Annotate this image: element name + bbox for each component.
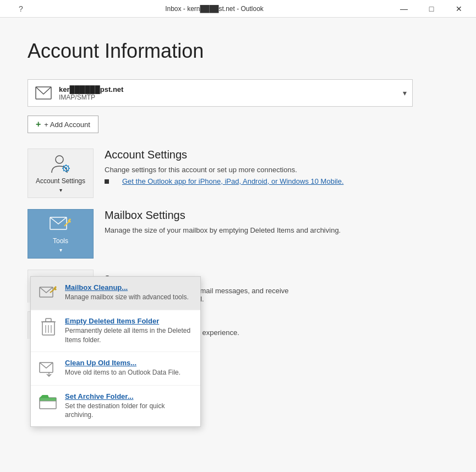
mailbox-cleanup-desc: Manage mailbox size with advanced tools. — [65, 293, 193, 302]
window-title: Inbox - kern████st.net - Outlook — [37, 5, 391, 13]
account-email: ker██████pst.net — [59, 85, 403, 94]
tools-dropdown-menu: Mailbox Cleanup... Manage mailbox size w… — [30, 276, 201, 427]
close-button[interactable]: ✕ — [446, 0, 472, 18]
account-settings-icon-box[interactable]: Account Settings ▾ — [28, 149, 94, 198]
account-settings-chevron-icon: ▾ — [59, 187, 62, 193]
svg-line-9 — [68, 170, 69, 171]
svg-line-8 — [63, 166, 64, 166]
outlook-mobile-link[interactable]: Get the Outlook app for iPhone, iPad, An… — [122, 177, 344, 185]
title-bar: ? Inbox - kern████st.net - Outlook — □ ✕ — [0, 0, 476, 18]
mailbox-cleanup-title[interactable]: Mailbox Cleanup... — [65, 283, 193, 292]
empty-deleted-desc: Permanently delete all items in the Dele… — [65, 326, 193, 345]
help-button[interactable]: ? — [14, 4, 28, 13]
account-settings-row: Account Settings ▾ Account Settings Chan… — [28, 149, 448, 198]
archive-folder-icon — [39, 392, 58, 412]
menu-item-empty-deleted[interactable]: Empty Deleted Items Folder Permanently d… — [31, 310, 200, 352]
add-account-button[interactable]: + + Add Account — [28, 116, 99, 133]
empty-deleted-text: Empty Deleted Items Folder Permanently d… — [65, 317, 193, 345]
archive-folder-title[interactable]: Set Archive Folder... — [65, 392, 193, 400]
account-icon — [34, 83, 53, 103]
tools-row: Tools ▾ Mailbox Settings Manage the size… — [28, 209, 448, 259]
minimize-button[interactable]: — — [391, 0, 417, 18]
cleanup-old-text: Clean Up Old Items... Move old items to … — [65, 359, 193, 377]
cleanup-old-desc: Move old items to an Outlook Data File. — [65, 368, 193, 377]
mailbox-settings-desc: Manage the size of your mailbox by empty… — [105, 226, 448, 234]
menu-item-cleanup-old[interactable]: Clean Up Old Items... Move old items to … — [31, 352, 200, 386]
account-selector[interactable]: ker██████pst.net IMAP/SMTP ▾ — [28, 79, 413, 107]
mailbox-settings-content: Mailbox Settings Manage the size of your… — [105, 209, 448, 238]
maximize-button[interactable]: □ — [419, 0, 444, 18]
archive-folder-desc: Set the destination folder for quick arc… — [65, 402, 193, 420]
tools-label: Tools — [53, 237, 68, 245]
mailbox-settings-title: Mailbox Settings — [105, 209, 448, 222]
archive-envelope-icon — [39, 359, 58, 378]
svg-rect-22 — [46, 319, 51, 322]
svg-point-3 — [65, 167, 67, 169]
account-settings-desc: Change settings for this account or set … — [105, 166, 448, 174]
account-settings-label: Account Settings — [36, 177, 85, 185]
add-account-label: + Add Account — [44, 120, 90, 129]
plus-icon: + — [36, 119, 41, 129]
main-content: Account Information ker██████pst.net IMA… — [0, 18, 476, 472]
account-type: IMAP/SMTP — [59, 94, 403, 101]
mailbox-cleanup-text: Mailbox Cleanup... Manage mailbox size w… — [65, 283, 193, 302]
page-title: Account Information — [28, 40, 448, 63]
menu-item-archive-folder[interactable]: Set Archive Folder... Set the destinatio… — [31, 386, 200, 427]
account-info: ker██████pst.net IMAP/SMTP — [59, 85, 403, 101]
menu-item-mailbox-cleanup[interactable]: Mailbox Cleanup... Manage mailbox size w… — [31, 277, 200, 310]
tools-icon-box[interactable]: Tools ▾ — [28, 209, 94, 259]
svg-line-10 — [63, 170, 64, 171]
svg-point-1 — [56, 156, 63, 163]
empty-deleted-title[interactable]: Empty Deleted Items Folder — [65, 317, 193, 325]
trash-icon — [39, 317, 58, 337]
window-controls: — □ ✕ — [391, 0, 472, 18]
archive-folder-text: Set Archive Folder... Set the destinatio… — [65, 392, 193, 420]
account-settings-link-row: Get the Outlook app for iPhone, iPad, An… — [105, 177, 448, 185]
bullet-icon — [105, 179, 109, 184]
mailbox-cleanup-icon — [39, 283, 58, 303]
tools-chevron-icon: ▾ — [59, 247, 62, 253]
cleanup-old-title[interactable]: Clean Up Old Items... — [65, 359, 193, 367]
account-settings-content: Account Settings Change settings for thi… — [105, 149, 448, 185]
account-settings-title: Account Settings — [105, 149, 448, 161]
svg-line-11 — [68, 166, 69, 166]
dropdown-chevron-icon: ▾ — [403, 89, 407, 97]
svg-rect-29 — [40, 398, 56, 401]
